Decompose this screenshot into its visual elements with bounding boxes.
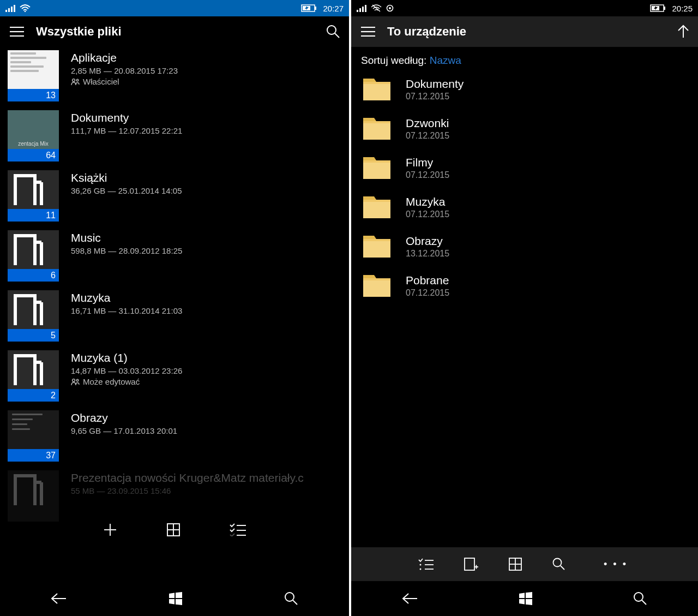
svg-rect-42 [357, 10, 358, 12]
folder-date: 07.12.2015 [406, 131, 449, 141]
list-item[interactable]: zentacja Mix64Dokumenty111,7 MB — 12.07.… [8, 110, 349, 162]
svg-point-68 [553, 559, 562, 567]
item-meta: 16,71 MB — 31.10.2014 21:03 [71, 306, 182, 315]
windows-icon[interactable] [519, 592, 532, 605]
onedrive-screen: 20:27 Wszystkie pliki 13Aplikacje2,85 MB… [0, 0, 349, 616]
search-icon[interactable] [326, 25, 340, 39]
add-icon[interactable] [103, 523, 117, 537]
item-meta: 111,7 MB — 12.07.2015 22:21 [71, 126, 182, 135]
folder-item[interactable]: Obrazy13.12.2015 [362, 235, 698, 259]
status-bar: 20:25 [351, 0, 698, 16]
svg-marker-38 [169, 599, 174, 605]
search-icon[interactable] [552, 558, 565, 571]
svg-line-12 [335, 33, 339, 38]
back-icon[interactable] [51, 593, 67, 605]
hamburger-icon[interactable] [10, 27, 24, 37]
list-item[interactable]: 13Aplikacje2,85 MB — 20.08.2015 17:23Wła… [8, 50, 349, 101]
select-list-icon[interactable] [418, 558, 434, 570]
folder-date: 07.12.2015 [406, 288, 449, 298]
svg-marker-74 [526, 599, 532, 605]
grid-view-icon[interactable] [166, 523, 180, 537]
status-time: 20:25 [672, 4, 693, 13]
svg-point-61 [420, 569, 422, 570]
item-meta: 55 MB — 23.09.2015 15:46 [71, 486, 304, 495]
folder-icon [362, 77, 392, 101]
thumbnail: 13 [8, 50, 59, 101]
svg-rect-45 [365, 5, 366, 12]
file-list: 13Aplikacje2,85 MB — 20.08.2015 17:23Wła… [0, 47, 349, 581]
svg-rect-1 [8, 8, 10, 12]
svg-point-75 [634, 593, 643, 601]
item-count: 11 [8, 209, 59, 222]
item-count: 37 [8, 449, 59, 462]
folder-item[interactable]: Filmy07.12.2015 [362, 156, 698, 180]
windows-icon[interactable] [169, 592, 182, 605]
select-list-icon[interactable] [230, 523, 246, 536]
thumbnail: 11 [8, 170, 59, 222]
sort-label: Sortuj według: [361, 55, 426, 66]
folder-date: 07.12.2015 [406, 170, 449, 180]
share-label: Może edytować [83, 377, 140, 386]
svg-marker-37 [176, 592, 182, 598]
folder-item[interactable]: Pobrane07.12.2015 [362, 274, 698, 298]
folder-icon [362, 235, 392, 259]
list-item[interactable]: Prezentacja nowości Kruger&Matz materiał… [8, 470, 349, 522]
list-item[interactable]: 5Muzyka16,71 MB — 31.10.2014 21:03 [8, 290, 349, 342]
folder-item[interactable]: Dokumenty07.12.2015 [362, 77, 698, 101]
svg-point-14 [76, 79, 79, 81]
svg-marker-72 [526, 592, 532, 598]
svg-line-76 [642, 600, 646, 605]
svg-line-41 [293, 600, 297, 605]
svg-marker-73 [519, 599, 525, 605]
back-icon[interactable] [402, 593, 418, 605]
more-icon[interactable]: • • • [604, 559, 628, 570]
up-arrow-icon[interactable] [677, 25, 689, 39]
folder-icon [362, 156, 392, 180]
list-item[interactable]: 6Music598,8 MB — 28.09.2012 18:25 [8, 230, 349, 282]
folder-date: 07.12.2015 [406, 210, 449, 219]
item-meta: 14,87 MB — 03.03.2012 23:26 [71, 366, 182, 375]
thumbnail: zentacja Mix64 [8, 110, 59, 162]
thumbnail [8, 470, 59, 522]
sort-value: Nazwa [430, 55, 461, 66]
folder-name: Obrazy [406, 235, 449, 248]
share-label: Właściciel [83, 77, 119, 86]
folder-icon [362, 117, 392, 141]
wifi-off-icon [371, 4, 382, 12]
svg-rect-2 [11, 7, 13, 12]
folder-name: Filmy [406, 156, 449, 169]
svg-point-11 [327, 26, 336, 34]
new-folder-icon[interactable] [464, 558, 478, 571]
svg-line-69 [561, 566, 564, 570]
svg-point-60 [420, 564, 422, 566]
wifi-icon [20, 4, 31, 12]
item-meta: 9,65 GB — 17.01.2013 20:01 [71, 426, 177, 435]
svg-point-4 [25, 11, 26, 12]
item-count: 5 [8, 329, 59, 342]
command-bar: • • • [351, 547, 698, 581]
list-item[interactable]: 37Obrazy9,65 GB — 17.01.2013 20:01 [8, 410, 349, 462]
svg-rect-0 [5, 10, 7, 12]
search-nav-icon[interactable] [284, 591, 298, 606]
page-title: To urządzenie [387, 25, 665, 39]
folder-icon [362, 274, 392, 298]
header-bar: To urządzenie [351, 16, 698, 47]
item-count: 6 [8, 269, 59, 282]
sort-row[interactable]: Sortuj według: Nazwa [351, 47, 698, 74]
item-meta: 598,8 MB — 28.09.2012 18:25 [71, 246, 182, 255]
svg-marker-36 [169, 593, 174, 599]
folder-item[interactable]: Muzyka07.12.2015 [362, 195, 698, 219]
folder-name: Muzyka [406, 195, 449, 208]
hamburger-icon[interactable] [361, 27, 375, 37]
system-nav-bar [351, 581, 698, 616]
item-name: Prezentacja nowości Kruger&Matz materiał… [71, 471, 304, 485]
search-nav-icon[interactable] [633, 591, 647, 606]
grid-view-icon[interactable] [509, 558, 522, 571]
item-count: 13 [8, 89, 59, 101]
svg-rect-6 [315, 7, 316, 10]
list-item[interactable]: 2Muzyka (1)14,87 MB — 03.03.2012 23:26Mo… [8, 350, 349, 402]
item-name: Książki [71, 171, 182, 184]
list-item[interactable]: 11Książki36,26 GB — 25.01.2014 14:05 [8, 170, 349, 222]
item-name: Obrazy [71, 411, 177, 424]
folder-item[interactable]: Dzwonki07.12.2015 [362, 117, 698, 141]
